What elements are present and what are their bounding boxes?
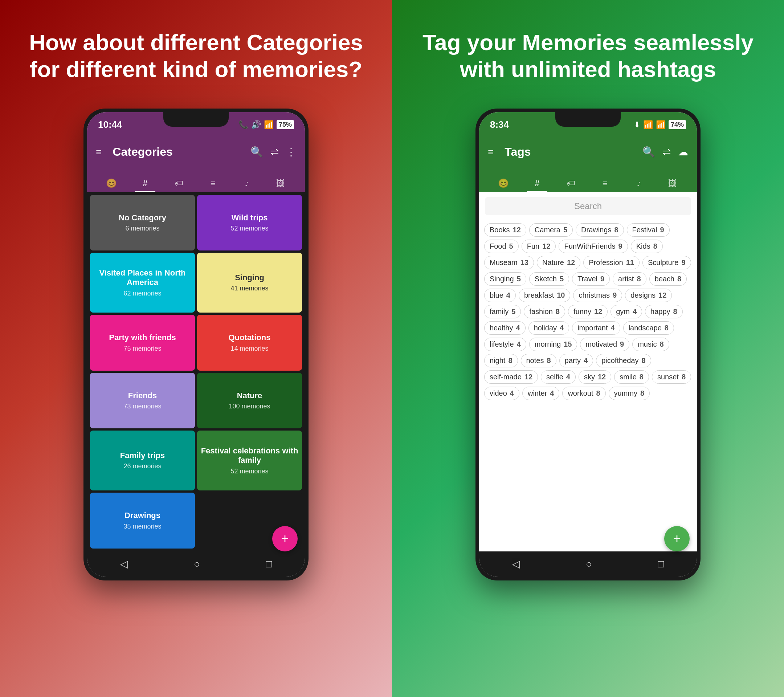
tag-count: 8 xyxy=(637,275,641,283)
tab-image[interactable]: 🖼 xyxy=(264,178,298,192)
left-notch xyxy=(163,112,229,127)
tag-chip[interactable]: Books12 xyxy=(484,223,526,237)
tag-chip[interactable]: christmas9 xyxy=(573,288,622,302)
right-fab[interactable]: + xyxy=(664,526,690,552)
tag-chip[interactable]: Museam13 xyxy=(484,256,534,269)
category-drawings[interactable]: Drawings 35 memories xyxy=(90,493,195,548)
tag-name: healthy xyxy=(490,324,513,332)
tag-chip[interactable]: notes8 xyxy=(521,354,557,367)
tag-chip[interactable]: sunset8 xyxy=(652,370,691,384)
tag-chip[interactable]: yummy8 xyxy=(609,387,650,400)
tags-search-bar[interactable]: Search xyxy=(485,197,691,215)
category-no-category[interactable]: No Category 6 memories xyxy=(90,195,195,250)
tag-chip[interactable]: self-made12 xyxy=(484,370,538,384)
more-icon[interactable]: ⋮ xyxy=(286,146,296,158)
cat-party-count: 75 memories xyxy=(124,345,161,353)
tag-chip[interactable]: Singing5 xyxy=(484,272,526,286)
search-icon[interactable]: 🔍 xyxy=(250,146,263,158)
tag-chip[interactable]: beach8 xyxy=(649,272,687,286)
right-tab-hash[interactable]: # xyxy=(520,178,554,192)
tag-chip[interactable]: family5 xyxy=(484,305,521,318)
tag-chip[interactable]: smile8 xyxy=(614,370,649,384)
signal-icon: 📶 xyxy=(264,120,274,130)
tag-chip[interactable]: Food5 xyxy=(484,240,519,253)
tag-chip[interactable]: Drawings8 xyxy=(576,223,624,237)
tag-chip[interactable]: landscape8 xyxy=(623,321,674,335)
right-menu-icon[interactable]: ≡ xyxy=(488,146,494,158)
tag-chip[interactable]: Travel9 xyxy=(572,272,610,286)
tab-emoji[interactable]: 😊 xyxy=(94,178,128,192)
tag-chip[interactable]: Profession11 xyxy=(583,256,639,269)
right-filter-icon[interactable]: ⇌ xyxy=(662,146,671,158)
right-search-icon[interactable]: 🔍 xyxy=(642,146,655,158)
tag-chip[interactable]: music8 xyxy=(632,338,669,351)
left-status-icons: 📞 🔊 📶 75% xyxy=(239,120,294,130)
category-nature[interactable]: Nature 100 memories xyxy=(197,373,302,428)
tag-chip[interactable]: fashion8 xyxy=(524,305,565,318)
tag-chip[interactable]: funny12 xyxy=(568,305,608,318)
cat-visited-places-count: 62 memories xyxy=(124,290,161,297)
tag-chip[interactable]: holiday4 xyxy=(529,321,570,335)
tag-chip[interactable]: designs12 xyxy=(625,288,672,302)
tab-list[interactable]: ≡ xyxy=(196,178,230,192)
tag-chip[interactable]: lifestyle4 xyxy=(484,338,526,351)
tab-music[interactable]: ♪ xyxy=(230,178,264,192)
category-wild-trips[interactable]: Wild trips 52 memories xyxy=(197,195,302,250)
tag-count: 8 xyxy=(641,356,646,365)
tag-chip[interactable]: blue4 xyxy=(484,288,516,302)
tag-chip[interactable]: FunWithFriends9 xyxy=(558,240,628,253)
left-fab[interactable]: + xyxy=(272,526,298,552)
tag-chip[interactable]: breakfast10 xyxy=(519,288,571,302)
tag-chip[interactable]: picoftheday8 xyxy=(596,354,651,367)
tag-chip[interactable]: winter4 xyxy=(522,387,559,400)
tag-chip[interactable]: morning15 xyxy=(529,338,578,351)
right-tab-tag[interactable]: 🏷 xyxy=(554,178,588,192)
category-singing[interactable]: Singing 41 memories xyxy=(197,253,302,313)
recents-icon[interactable]: □ xyxy=(266,558,272,570)
category-visited-places[interactable]: Visited Places in North America 62 memor… xyxy=(90,253,195,313)
home-icon[interactable]: ○ xyxy=(194,558,200,570)
tag-chip[interactable]: party4 xyxy=(559,354,593,367)
right-cloud-icon[interactable]: ☁ xyxy=(678,146,688,158)
tag-name: Books xyxy=(490,226,510,234)
right-tab-emoji[interactable]: 😊 xyxy=(486,178,520,192)
tag-chip[interactable]: sky12 xyxy=(578,370,611,384)
right-recents-icon[interactable]: □ xyxy=(658,558,664,570)
right-tab-list[interactable]: ≡ xyxy=(588,178,622,192)
tab-hash[interactable]: # xyxy=(128,178,162,192)
battery-indicator-r: 74% xyxy=(669,120,686,129)
tag-chip[interactable]: video4 xyxy=(484,387,519,400)
filter-icon[interactable]: ⇌ xyxy=(270,146,279,158)
tag-chip[interactable]: Camera5 xyxy=(529,223,573,237)
tag-name: funny xyxy=(573,308,591,316)
tab-tag[interactable]: 🏷 xyxy=(162,178,196,192)
right-tab-music[interactable]: ♪ xyxy=(622,178,656,192)
tag-chip[interactable]: important4 xyxy=(572,321,620,335)
menu-icon[interactable]: ≡ xyxy=(96,146,102,158)
tag-chip[interactable]: Festival9 xyxy=(627,223,670,237)
tag-chip[interactable]: Sketch5 xyxy=(529,272,569,286)
category-quotations[interactable]: Quotations 14 memories xyxy=(197,315,302,370)
tag-chip[interactable]: Sculpture9 xyxy=(642,256,691,269)
back-icon[interactable]: ◁ xyxy=(120,558,128,570)
tag-chip[interactable]: healthy4 xyxy=(484,321,525,335)
tag-chip[interactable]: artist8 xyxy=(613,272,646,286)
right-home-icon[interactable]: ○ xyxy=(586,558,592,570)
tag-chip[interactable]: happy8 xyxy=(645,305,683,318)
category-family-trips[interactable]: Family trips 26 memories xyxy=(90,430,195,491)
tag-name: Profession xyxy=(589,259,623,267)
right-notch xyxy=(555,112,621,127)
tag-chip[interactable]: selfie4 xyxy=(541,370,576,384)
right-tab-image[interactable]: 🖼 xyxy=(656,178,690,192)
tag-chip[interactable]: Fun12 xyxy=(522,240,556,253)
tag-chip[interactable]: workout8 xyxy=(562,387,605,400)
category-festival[interactable]: Festival celebrations with family 52 mem… xyxy=(197,430,302,491)
tag-chip[interactable]: motivated9 xyxy=(580,338,629,351)
tag-chip[interactable]: gym4 xyxy=(611,305,642,318)
tag-chip[interactable]: Nature12 xyxy=(537,256,580,269)
category-party[interactable]: Party with friends 75 memories xyxy=(90,315,195,370)
tag-chip[interactable]: Kids8 xyxy=(631,240,663,253)
tag-chip[interactable]: night8 xyxy=(484,354,518,367)
right-back-icon[interactable]: ◁ xyxy=(512,558,520,570)
category-friends[interactable]: Friends 73 memories xyxy=(90,373,195,428)
